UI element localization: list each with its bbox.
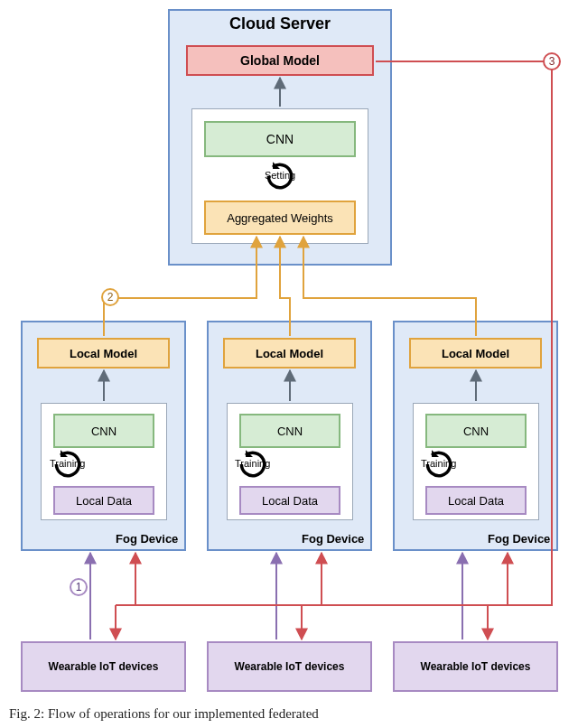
step-badge-1: 1 <box>70 578 88 596</box>
setting-cycle: Setting <box>263 159 297 181</box>
cycle-label: Training <box>421 458 456 469</box>
fog-device-label: Fog Device <box>488 532 550 546</box>
cycle-label: Setting <box>265 170 295 181</box>
fog-device-label: Fog Device <box>116 532 178 546</box>
local-model-box: Local Model <box>409 338 542 369</box>
local-data-box: Local Data <box>239 486 340 515</box>
wearable-iot-box: Wearable IoT devices <box>21 641 186 692</box>
fog-cnn-box: CNN <box>239 414 340 448</box>
local-data-box: Local Data <box>425 486 527 515</box>
fog-cnn-box: CNN <box>53 414 154 448</box>
local-model-box: Local Model <box>223 338 356 369</box>
cloud-server-title: Cloud Server <box>168 14 392 33</box>
cycle-label: Training <box>235 458 270 469</box>
global-model-box: Global Model <box>186 45 374 76</box>
wearable-iot-box: Wearable IoT devices <box>393 641 558 692</box>
cycle-label: Training <box>50 458 85 469</box>
training-cycle: Training <box>421 447 456 469</box>
diagram-stage: Cloud Server Global Model CNN Aggregated… <box>0 0 578 728</box>
local-model-box: Local Model <box>37 338 170 369</box>
wearable-iot-box: Wearable IoT devices <box>207 641 372 692</box>
local-data-box: Local Data <box>53 486 154 515</box>
aggregated-weights-box: Aggregated Weights <box>204 201 356 235</box>
training-cycle: Training <box>235 447 270 469</box>
figure-caption: Fig. 2: Flow of operations for our imple… <box>9 706 569 722</box>
step-badge-2: 2 <box>101 288 119 306</box>
training-cycle: Training <box>50 447 85 469</box>
fog-cnn-box: CNN <box>425 414 527 448</box>
cloud-cnn-box: CNN <box>204 121 356 157</box>
fog-device-label: Fog Device <box>302 532 364 546</box>
step-badge-3: 3 <box>543 52 561 70</box>
